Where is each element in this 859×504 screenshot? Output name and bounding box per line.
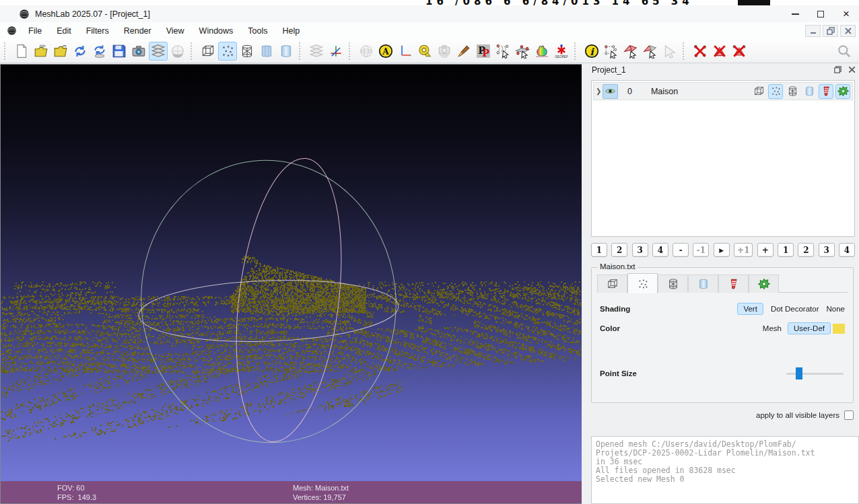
layer-smooth-toggle[interactable] xyxy=(802,84,817,99)
load-preset-3-button[interactable]: 3 xyxy=(819,243,835,257)
render-bbox-button[interactable] xyxy=(199,42,217,61)
select-faces-vertices-button[interactable] xyxy=(641,42,660,61)
tab-texture[interactable] xyxy=(718,275,749,293)
delete-faces-vertices-button[interactable] xyxy=(730,42,749,61)
log-output[interactable]: Opened mesh C:/Users/david/Desktop/PlomF… xyxy=(591,436,859,504)
menu-view[interactable]: View xyxy=(159,24,192,38)
layer-row-maison[interactable]: ❯ 0 Maison xyxy=(593,82,853,100)
photo-texturing-button[interactable]: PP xyxy=(474,42,493,61)
measure-tape-button[interactable] xyxy=(415,42,434,61)
play-button[interactable]: ▶ xyxy=(714,243,730,257)
mdi-close-icon xyxy=(844,26,853,36)
mdi-restore-button[interactable] xyxy=(823,25,838,37)
show-layer-dialog-button[interactable] xyxy=(149,42,168,61)
save-preset-1-button[interactable]: 1 xyxy=(591,243,607,257)
menu-help[interactable]: Help xyxy=(275,24,308,38)
tab-points[interactable] xyxy=(627,273,658,293)
render-wireframe-button[interactable] xyxy=(238,42,256,61)
measure-axis-button[interactable] xyxy=(396,42,415,61)
tab-smooth[interactable] xyxy=(688,275,718,293)
apply-all-layers-checkbox[interactable] xyxy=(844,410,854,420)
snapshot-button[interactable] xyxy=(129,42,148,61)
menu-filters[interactable]: Filters xyxy=(79,24,116,38)
color-swatch[interactable] xyxy=(833,324,845,334)
tab-quality[interactable] xyxy=(749,275,779,293)
save-preset-4-button[interactable]: 4 xyxy=(652,243,668,257)
maximize-button[interactable] xyxy=(808,5,833,22)
text-annotation-button[interactable]: A xyxy=(376,42,395,61)
open-project-button[interactable] xyxy=(32,42,50,61)
delete-faces-button[interactable] xyxy=(710,42,729,61)
load-preset-1-button[interactable]: 1 xyxy=(778,243,794,257)
georeference-button[interactable]: GEOREF xyxy=(552,42,571,61)
menu-render[interactable]: Render xyxy=(116,24,159,38)
toolbar-drag-handle[interactable] xyxy=(4,42,7,60)
raster-alignment-button[interactable] xyxy=(435,42,454,61)
dock-float-button[interactable] xyxy=(833,65,842,74)
close-button[interactable]: × xyxy=(833,5,859,22)
layer-bbox-toggle[interactable] xyxy=(751,84,766,99)
reload-all-button[interactable] xyxy=(90,42,109,61)
tab-wireframe[interactable] xyxy=(658,275,688,293)
plane-picking-button[interactable] xyxy=(513,42,532,61)
reload-mesh-button[interactable] xyxy=(71,42,90,61)
render-flat-button[interactable] xyxy=(257,42,276,61)
step-forward-button[interactable]: +1 xyxy=(734,243,753,257)
menu-file[interactable]: File xyxy=(21,24,49,38)
save-preset-3-button[interactable]: 3 xyxy=(632,243,648,257)
save-mesh-button[interactable] xyxy=(110,42,129,61)
save-preset-2-button[interactable]: 2 xyxy=(611,243,627,257)
quality-mapper-button[interactable] xyxy=(532,42,551,61)
new-document-button[interactable] xyxy=(12,42,31,61)
color-userdef-button[interactable]: User-Def xyxy=(788,322,831,334)
layer-color-toggle[interactable] xyxy=(835,84,850,99)
shading-vert-button[interactable]: Vert xyxy=(737,303,763,315)
toolbar-drag-handle[interactable] xyxy=(683,42,686,60)
select-faces-button[interactable] xyxy=(621,42,640,61)
menu-tools[interactable]: Tools xyxy=(240,24,275,38)
show-raster-button[interactable] xyxy=(168,42,187,61)
tab-bbox[interactable] xyxy=(597,275,627,293)
load-preset-4-button[interactable]: 4 xyxy=(839,243,855,257)
render-points-button[interactable] xyxy=(218,42,237,61)
slider-handle[interactable] xyxy=(796,367,802,380)
dot-decorator-value[interactable]: None xyxy=(827,305,846,313)
menu-edit[interactable]: Edit xyxy=(49,24,79,38)
move-selection-button[interactable] xyxy=(660,42,679,61)
show-axes-button[interactable] xyxy=(327,42,345,61)
toolbar-drag-handle[interactable] xyxy=(191,42,194,60)
point-size-slider[interactable] xyxy=(786,367,844,380)
toolbar-drag-handle[interactable] xyxy=(349,42,352,60)
show-trackball-button[interactable] xyxy=(357,42,376,61)
search-button[interactable] xyxy=(835,42,854,61)
dock-close-button[interactable] xyxy=(848,65,856,74)
layer-texture-toggle[interactable] xyxy=(819,84,833,99)
import-mesh-button[interactable] xyxy=(51,42,70,61)
menu-windows[interactable]: Windows xyxy=(192,24,241,38)
mdi-controls xyxy=(805,25,856,37)
camera-icon xyxy=(131,44,146,59)
meshlab-logo-icon xyxy=(19,9,30,20)
mdi-close-button[interactable] xyxy=(840,25,856,37)
toolbar-drag-handle[interactable] xyxy=(299,42,302,60)
color-mesh-option[interactable]: Mesh xyxy=(763,324,782,332)
layer-points-toggle[interactable] xyxy=(768,84,783,99)
layer-visibility-button[interactable] xyxy=(603,84,618,99)
mdi-minimize-button[interactable] xyxy=(805,25,821,37)
layer-wireframe-toggle[interactable] xyxy=(785,84,800,99)
z-painting-button[interactable] xyxy=(454,42,473,61)
load-preset-2-button[interactable]: 2 xyxy=(798,243,814,257)
layer-info-button[interactable]: i xyxy=(582,42,601,61)
layer-expander-icon[interactable]: ❯ xyxy=(596,87,603,95)
render-smooth-button[interactable] xyxy=(277,42,296,61)
minimize-button[interactable] xyxy=(782,5,808,22)
3d-viewport[interactable]: FOV: 60 FPS: 149.3 Mesh: Maison.txt Vert… xyxy=(0,64,582,504)
decorate-layers-button[interactable] xyxy=(307,42,326,61)
select-vertices-button[interactable] xyxy=(602,42,621,61)
plus-button[interactable]: + xyxy=(757,243,774,257)
minus-button[interactable]: - xyxy=(673,243,689,257)
delete-vertices-button[interactable] xyxy=(691,42,710,61)
point-picking-button[interactable] xyxy=(493,42,512,61)
toolbar-drag-handle[interactable] xyxy=(574,42,578,60)
step-back-button[interactable]: -1 xyxy=(693,243,709,257)
